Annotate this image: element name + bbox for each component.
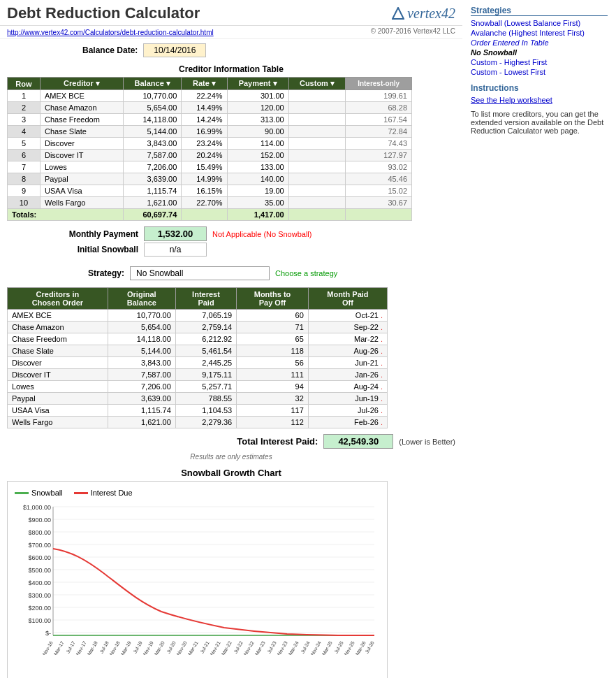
svg-text:Mar-17: Mar-17	[53, 640, 65, 655]
creditor-rate[interactable]: 22.70%	[182, 197, 227, 209]
creditor-balance[interactable]: 5,144.00	[124, 126, 182, 138]
chart-wrapper: Snowball Interest Due $1,000.00 $900.00 …	[7, 481, 388, 678]
creditor-name[interactable]: Lowes	[40, 161, 123, 173]
creditor-rate[interactable]: 16.99%	[182, 126, 227, 138]
creditor-interest-only: 74.43	[346, 138, 412, 150]
creditor-balance[interactable]: 7,206.00	[124, 161, 182, 173]
svg-text:Nov-16: Nov-16	[42, 640, 54, 655]
creditor-name[interactable]: Discover IT	[40, 150, 123, 161]
creditor-payment[interactable]: 35.00	[227, 197, 288, 209]
creditor-name[interactable]: AMEX BCE	[40, 90, 123, 102]
table-row: 7 Lowes 7,206.00 15.49% 133.00 93.02	[8, 161, 412, 173]
result-creditor-name: Chase Amazon	[8, 322, 108, 333]
creditor-balance[interactable]: 3,843.00	[124, 138, 182, 150]
snowball-legend-line	[15, 492, 29, 494]
col-header-payment: Payment ▾	[227, 78, 288, 90]
result-balance: 14,118.00	[108, 333, 175, 345]
creditor-name[interactable]: Wells Fargo	[40, 197, 123, 209]
sidebar-strategy-item-5[interactable]: Custom - Lowest First	[471, 68, 608, 76]
creditor-interest-only: 15.02	[346, 185, 412, 197]
sidebar-strategy-item-1[interactable]: Avalanche (Highest Interest First)	[471, 29, 608, 37]
creditor-rate[interactable]: 23.24%	[182, 138, 227, 150]
total-interest-row: Total Interest Paid: 42,549.30 (Lower is…	[0, 431, 462, 452]
creditor-name[interactable]: Chase Slate	[40, 126, 123, 138]
creditor-payment[interactable]: 140.00	[227, 173, 288, 185]
svg-text:Mar-22: Mar-22	[221, 640, 233, 655]
creditor-balance[interactable]: 10,770.00	[124, 90, 182, 102]
result-months: 117	[237, 405, 309, 417]
creditor-balance[interactable]: 1,621.00	[124, 197, 182, 209]
result-interest: 2,445.25	[175, 357, 236, 369]
monthly-payment-value[interactable]: 1,532.00	[144, 226, 207, 241]
chart-title: Snowball Growth Chart	[7, 465, 455, 481]
creditor-balance[interactable]: 7,587.00	[124, 150, 182, 161]
creditor-custom[interactable]	[288, 90, 346, 102]
strategy-dropdown[interactable]: No Snowball	[130, 266, 270, 280]
creditor-payment[interactable]: 19.00	[227, 185, 288, 197]
title-row: Debt Reduction Calculator vertex42	[0, 0, 462, 26]
results-row: Chase Amazon 5,654.00 2,759.14 71 Sep-22…	[8, 322, 388, 333]
svg-text:$700.00: $700.00	[28, 542, 51, 549]
balance-date-label: Balance Date:	[82, 45, 138, 55]
creditor-rate[interactable]: 16.15%	[182, 185, 227, 197]
creditor-custom[interactable]	[288, 114, 346, 126]
sidebar-strategy-item-0[interactable]: Snowball (Lowest Balance First)	[471, 19, 608, 27]
creditor-balance[interactable]: 1,115.74	[124, 185, 182, 197]
creditor-name[interactable]: Chase Amazon	[40, 102, 123, 114]
results-col-month-off: Month PaidOff	[308, 288, 387, 310]
creditor-custom[interactable]	[288, 102, 346, 114]
creditor-custom[interactable]	[288, 150, 346, 161]
creditor-rate[interactable]: 14.99%	[182, 173, 227, 185]
creditor-custom[interactable]	[288, 161, 346, 173]
creditor-balance[interactable]: 3,639.00	[124, 173, 182, 185]
svg-text:Nov-18: Nov-18	[109, 640, 121, 655]
result-creditor-name: USAA Visa	[8, 405, 108, 417]
creditor-payment[interactable]: 120.00	[227, 102, 288, 114]
table-row: 5 Discover 3,843.00 23.24% 114.00 74.43	[8, 138, 412, 150]
creditor-custom[interactable]	[288, 185, 346, 197]
sidebar: Strategies Snowball (Lowest Balance Firs…	[462, 0, 616, 678]
interest-legend-line	[74, 492, 88, 494]
creditor-rate[interactable]: 15.49%	[182, 161, 227, 173]
creditor-balance[interactable]: 5,654.00	[124, 102, 182, 114]
url-link[interactable]: http://www.vertex42.com/Calculators/debt…	[7, 29, 214, 36]
creditor-custom[interactable]	[288, 173, 346, 185]
creditor-payment[interactable]: 133.00	[227, 161, 288, 173]
payment-area: Monthly Payment 1,532.00 Not Applicable …	[0, 221, 462, 262]
result-creditor-name: Discover IT	[8, 369, 108, 381]
creditor-custom[interactable]	[288, 138, 346, 150]
creditor-payment[interactable]: 90.00	[227, 126, 288, 138]
creditor-payment[interactable]: 313.00	[227, 114, 288, 126]
result-months: 60	[237, 310, 309, 322]
initial-snowball-value[interactable]: n/a	[144, 243, 207, 257]
sidebar-strategy-item-2[interactable]: Order Entered In Table	[471, 38, 608, 47]
creditor-name[interactable]: Chase Freedom	[40, 114, 123, 126]
creditor-payment[interactable]: 114.00	[227, 138, 288, 150]
results-row: Chase Slate 5,144.00 5,461.54 118 Aug-26…	[8, 345, 388, 357]
sidebar-strategy-item-3[interactable]: No Snowball	[471, 48, 608, 57]
creditor-payment[interactable]: 301.00	[227, 90, 288, 102]
sidebar-strategy-item-4[interactable]: Custom - Highest First	[471, 58, 608, 66]
result-creditor-name: Discover	[8, 357, 108, 369]
creditor-rate[interactable]: 14.49%	[182, 102, 227, 114]
creditor-payment[interactable]: 152.00	[227, 150, 288, 161]
results-col-creditor: Creditors inChosen Order	[8, 288, 108, 310]
balance-date-input[interactable]: 10/14/2016	[143, 43, 206, 57]
creditor-custom[interactable]	[288, 197, 346, 209]
creditor-name[interactable]: Paypal	[40, 173, 123, 185]
result-month-off: Aug-26 .	[308, 345, 387, 357]
creditor-rate[interactable]: 20.24%	[182, 150, 227, 161]
creditor-name[interactable]: USAA Visa	[40, 185, 123, 197]
instructions-text[interactable]: See the Help worksheet	[471, 96, 608, 104]
result-months: 94	[237, 381, 309, 393]
creditor-custom[interactable]	[288, 126, 346, 138]
creditor-rate[interactable]: 22.24%	[182, 90, 227, 102]
row-number: 1	[8, 90, 41, 102]
creditor-balance[interactable]: 14,118.00	[124, 114, 182, 126]
legend-snowball: Snowball	[15, 489, 63, 497]
result-interest: 9,175.11	[175, 369, 236, 381]
initial-snowball-label: Initial Snowball	[41, 245, 138, 254]
svg-text:$200.00: $200.00	[28, 605, 51, 612]
creditor-rate[interactable]: 14.24%	[182, 114, 227, 126]
creditor-name[interactable]: Discover	[40, 138, 123, 150]
